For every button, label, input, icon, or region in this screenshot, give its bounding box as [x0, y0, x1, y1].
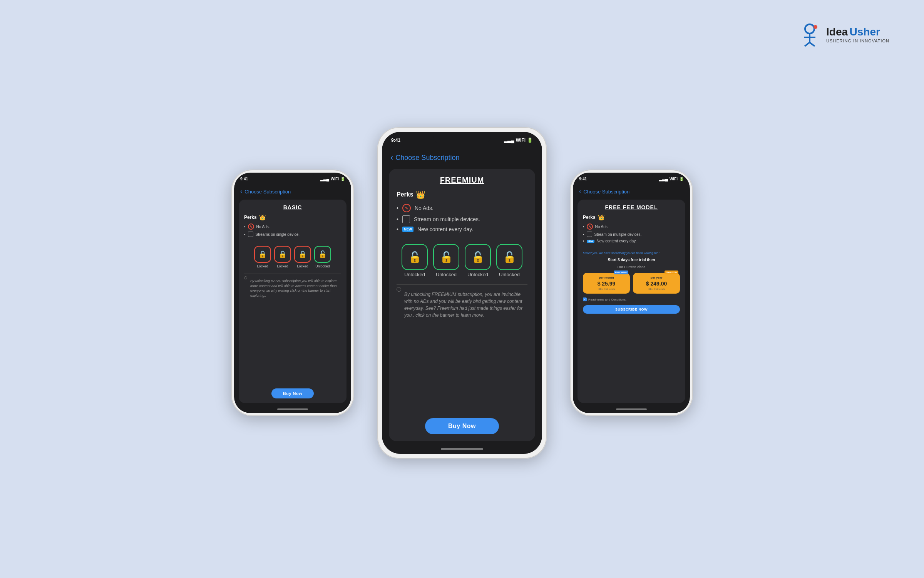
- plan-price-monthly: $ 25.99: [598, 281, 616, 287]
- home-indicator-freemium: [441, 448, 483, 450]
- lock-item-f1: 🔓 Unlocked: [402, 244, 428, 277]
- crown-icon-freefee: 👑: [598, 214, 604, 220]
- buy-btn-basic[interactable]: Buy Now: [271, 388, 314, 398]
- lock-label-f1: Unlocked: [404, 272, 425, 277]
- desc-text-freemium: By unlocking FREEMIUM subscription, you …: [404, 291, 527, 319]
- plan-badge-yearly: Save 57%: [665, 271, 678, 274]
- back-chevron-basic[interactable]: ‹: [240, 188, 242, 195]
- no-ads-icon-freemium: [402, 204, 411, 212]
- crown-icon-freemium: 👑: [416, 190, 425, 199]
- device-icon-ff: [587, 232, 592, 237]
- perk-device-basic: • Streams on single device.: [244, 232, 341, 237]
- wifi-icon-f: WiFi: [516, 138, 526, 143]
- plan-badge-monthly: Best seller: [614, 271, 628, 274]
- perk-device-freemium: • Stream on multiple devices.: [397, 215, 527, 223]
- notch-basic: [271, 173, 314, 181]
- back-nav-basic[interactable]: ‹ Choose Subscription: [234, 185, 351, 197]
- time-freefee: 9:41: [579, 177, 587, 181]
- time-freemium: 9:41: [391, 138, 400, 143]
- plan-period-yearly: per year: [650, 276, 662, 279]
- terms-check-ff[interactable]: ✓: [583, 297, 587, 301]
- perk-device-ff: • Stream on multiple devices.: [583, 232, 680, 237]
- plan-note-monthly: after trail ends: [598, 288, 615, 291]
- back-label-freefee[interactable]: Choose Subscription: [583, 189, 629, 195]
- lock-box-f1: 🔓: [402, 244, 428, 270]
- back-label-basic[interactable]: Choose Subscription: [244, 189, 291, 195]
- logo: Idea Usher USHERING IN INNOVATION: [796, 21, 889, 48]
- notch-freemium: [433, 132, 491, 143]
- perks-list-freemium: • No Ads. • Stream on multiple devices. …: [397, 204, 527, 235]
- radio-dot-freemium: [397, 287, 401, 292]
- phone-freemium-screen: 9:41 ▂▃▄ WiFi 🔋 ‹ Choose Subscription FR…: [382, 132, 542, 454]
- perk-no-ads-basic: • No Ads.: [244, 223, 341, 230]
- lock-item-2: 🔒 Locked: [274, 246, 291, 268]
- lock-label-f2: Unlocked: [436, 272, 457, 277]
- screen-content-freemium: ‹ Choose Subscription FREEMIUM Perks 👑 •…: [382, 149, 542, 445]
- status-icons-freemium: ▂▃▄ WiFi 🔋: [504, 138, 533, 143]
- back-chevron-freemium[interactable]: ‹: [390, 153, 393, 163]
- svg-line-4: [810, 42, 815, 46]
- perks-label-basic: Perks 👑: [244, 214, 341, 220]
- signal-icon-f: ▂▃▄: [504, 138, 514, 143]
- trial-text-ff: Start 3 days free trial then: [583, 258, 680, 262]
- plan-note-yearly: after trail ends: [648, 288, 665, 291]
- notch-freefee: [610, 173, 653, 181]
- back-nav-freefee[interactable]: ‹ Choose Subscription: [573, 185, 690, 197]
- no-ads-icon-basic: [248, 223, 254, 230]
- buy-btn-freemium[interactable]: Buy Now: [425, 418, 499, 434]
- device-icon-freemium: [402, 215, 410, 223]
- battery-icon-f: 🔋: [527, 138, 533, 143]
- back-label-freemium[interactable]: Choose Subscription: [395, 154, 459, 162]
- home-indicator-ff: [616, 408, 647, 410]
- lock-box-f4: 🔓: [496, 244, 522, 270]
- back-chevron-freefee[interactable]: ‹: [579, 188, 581, 195]
- lock-label-1: Locked: [257, 264, 268, 268]
- lock-box-4: 🔓: [314, 246, 331, 263]
- plans-row-ff: Best seller per month $ 25.99 after trai…: [583, 273, 680, 294]
- perk-new-freemium: • NEW New content every day.: [397, 226, 527, 232]
- plan-yearly[interactable]: Save 57% per year $ 249.00 after trail e…: [633, 273, 680, 294]
- perk-new-ff: • NEW New content every day.: [583, 239, 680, 243]
- perk-no-ads-ff: • No Ads.: [583, 223, 680, 230]
- phone-basic: 9:41 ▂▃▄ WiFi 🔋 ‹ Choose Subscription BA…: [231, 170, 354, 416]
- signal-icon-ff: ▂▃▄: [659, 177, 668, 181]
- lock-label-4: Unlocked: [315, 264, 330, 268]
- divider-freemium: [397, 284, 527, 285]
- battery-icon: 🔋: [340, 177, 345, 181]
- lock-box-1: 🔒: [254, 246, 271, 263]
- perks-label-freefee: Perks 👑: [583, 214, 680, 220]
- plan-monthly[interactable]: Best seller per month $ 25.99 after trai…: [583, 273, 630, 294]
- perks-list-basic: • No Ads. • Streams on single device.: [244, 223, 341, 239]
- no-ads-icon-ff: [587, 223, 593, 230]
- perk-no-ads-freemium: • No Ads.: [397, 204, 527, 212]
- lock-item-4: 🔓 Unlocked: [314, 246, 331, 268]
- lock-item-1: 🔒 Locked: [254, 246, 271, 268]
- back-nav-freemium[interactable]: ‹ Choose Subscription: [382, 149, 542, 165]
- desc-row-freemium: By unlocking FREEMIUM subscription, you …: [397, 287, 527, 323]
- terms-text-ff: Read terms and Conditions.: [588, 298, 626, 301]
- radio-dot-basic: [244, 276, 247, 279]
- subscribe-btn-ff[interactable]: SUBSCRIBE NOW: [583, 305, 680, 314]
- svg-point-5: [814, 25, 817, 29]
- lock-item-f3: 🔓 Unlocked: [465, 244, 491, 277]
- phone-basic-screen: 9:41 ▂▃▄ WiFi 🔋 ‹ Choose Subscription BA…: [234, 173, 351, 413]
- new-icon-ff: NEW: [587, 240, 594, 243]
- phone-freemium: 9:41 ▂▃▄ WiFi 🔋 ‹ Choose Subscription FR…: [377, 127, 547, 459]
- status-icons-freefee: ▂▃▄ WiFi 🔋: [659, 177, 684, 181]
- card-freemium: FREEMIUM Perks 👑 • No Ads. •: [389, 169, 535, 441]
- lock-label-3: Locked: [297, 264, 308, 268]
- wifi-icon-ff: WiFi: [670, 177, 678, 181]
- wifi-icon: WiFi: [331, 177, 339, 181]
- svg-line-3: [805, 42, 810, 46]
- logo-idea: Idea Usher: [826, 26, 889, 38]
- screen-content-freefee: ‹ Choose Subscription FREE FEE MODEL Per…: [573, 185, 690, 406]
- lock-box-f3: 🔓: [465, 244, 491, 270]
- plan-period-monthly: per month: [599, 276, 614, 279]
- svg-point-0: [805, 24, 814, 34]
- more-text-ff: More? yes, we have something you've been…: [583, 251, 680, 255]
- card-basic: BASIC Perks 👑 • No Ads. •: [239, 200, 346, 403]
- crown-icon-basic: 👑: [259, 214, 266, 220]
- lock-row-freemium: 🔓 Unlocked 🔓 Unlocked 🔓 Unlocked 🔓: [397, 244, 527, 277]
- status-icons-basic: ▂▃▄ WiFi 🔋: [320, 177, 345, 181]
- lock-label-f3: Unlocked: [467, 272, 488, 277]
